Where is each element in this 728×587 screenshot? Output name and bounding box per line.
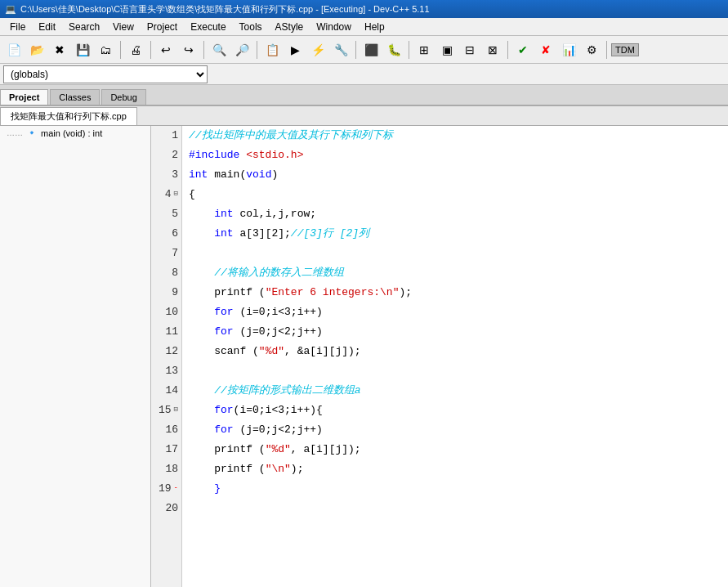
check-button[interactable]: ✔ <box>512 39 534 60</box>
stop-button[interactable]: ⬛ <box>360 39 382 60</box>
search2-button[interactable]: 🔎 <box>231 39 252 60</box>
line-13: 13 <box>154 361 178 381</box>
line-14: 14 <box>154 381 178 401</box>
print-button[interactable]: 🖨 <box>125 39 146 60</box>
code-content[interactable]: //找出矩阵中的最大值及其行下标和列下标 #include <stdio.h> … <box>182 126 728 587</box>
tab-classes[interactable]: Classes <box>50 89 100 105</box>
menu-bar: FileEditSearchViewProjectExecuteToolsASt… <box>0 18 728 36</box>
line-10: 10 <box>154 302 178 322</box>
code-line-5-vars: col,i,j,row; <box>239 206 316 222</box>
code-line-18-end: ); <box>291 461 304 477</box>
sidebar-item-main[interactable]: …… 🔹 main (void) : int <box>0 126 150 140</box>
sidebar-item-label: main (void) : int <box>41 128 102 138</box>
code-line-4: { <box>189 185 721 204</box>
code-line-15: for(i=0;i<3;i++){ <box>189 401 721 420</box>
search-button[interactable]: 🔍 <box>208 39 230 60</box>
code-line-6-int: int <box>189 226 239 242</box>
rebuild-button[interactable]: 🔧 <box>330 39 351 60</box>
line-5: 5 <box>154 204 178 224</box>
code-line-2: #include <stdio.h> <box>189 146 721 165</box>
sidebar: …… 🔹 main (void) : int <box>0 126 151 587</box>
code-line-18-printf: printf ( <box>189 461 266 477</box>
title-text: C:\Users\佳美\Desktop\C语言重头学\数组类\找矩阵最大值和行列… <box>20 3 430 16</box>
chart-button[interactable]: 📊 <box>558 39 579 60</box>
code-line-11-cond: (j=0;j<2;j++) <box>239 324 322 340</box>
sep4 <box>257 41 257 59</box>
menu-item-project[interactable]: Project <box>141 20 184 34</box>
code-line-1: //找出矩阵中的最大值及其行下标和列下标 <box>189 126 721 146</box>
line-11: 11 <box>154 322 178 342</box>
code-line-5-int: int <box>189 206 239 222</box>
grid4-button[interactable]: ⊠ <box>482 39 503 60</box>
code-line-12-scanf: scanf ( <box>189 343 259 360</box>
line-numbers: 1 2 3 4⊟ 5 6 7 8 9 10 11 12 13 14 15⊟ 16… <box>151 126 182 587</box>
code-line-2-include: #include <box>189 147 246 164</box>
sep5 <box>355 41 356 59</box>
grid1-button[interactable]: ⊞ <box>413 39 435 60</box>
run-button[interactable]: ▶ <box>284 39 306 60</box>
code-line-3-paren: ) <box>271 167 278 183</box>
code-line-9-str: "Enter 6 integers:\n" <box>266 285 400 301</box>
line-12: 12 <box>154 342 178 361</box>
code-line-9: printf ("Enter 6 integers:\n"); <box>189 283 721 302</box>
code-line-11-for: for <box>189 324 239 340</box>
code-line-12: scanf ("%d", &a[i][j]); <box>189 342 721 361</box>
code-line-8: //将输入的数存入二维数组 <box>189 263 721 283</box>
code-line-5: int col,i,j,row; <box>189 204 721 224</box>
code-area[interactable]: 1 2 3 4⊟ 5 6 7 8 9 10 11 12 13 14 15⊟ 16… <box>151 126 728 587</box>
debug-button[interactable]: 🐛 <box>383 39 404 60</box>
new-button[interactable]: 📄 <box>3 39 25 60</box>
code-line-14: //按矩阵的形式输出二维数组a <box>189 381 721 401</box>
line-18: 18 <box>154 459 178 479</box>
code-line-6: int a[3][2];//[3]行 [2]列 <box>189 224 721 244</box>
code-line-6-comment: //[3]行 [2]列 <box>291 226 369 242</box>
sidebar-icon: 🔹 <box>26 128 38 138</box>
sidebar-dots: …… <box>7 128 23 137</box>
sep1 <box>120 41 121 59</box>
compile-run-button[interactable]: ⚡ <box>307 39 328 60</box>
menu-item-search[interactable]: Search <box>62 20 106 34</box>
menu-item-execute[interactable]: Execute <box>184 20 232 34</box>
code-line-15-for: for <box>189 402 234 419</box>
config-button[interactable]: ⚙ <box>581 39 602 60</box>
undo-button[interactable]: ↩ <box>155 39 176 60</box>
open-button[interactable]: 📂 <box>26 39 47 60</box>
line-1: 1 <box>154 126 178 146</box>
code-line-19: } <box>189 479 721 499</box>
menu-item-help[interactable]: Help <box>358 20 391 34</box>
code-line-16: for (j=0;j<2;j++) <box>189 420 721 440</box>
menu-item-edit[interactable]: Edit <box>32 20 62 34</box>
save-button[interactable]: 💾 <box>72 39 93 60</box>
code-line-18: printf ("\n"); <box>189 459 721 479</box>
grid2-button[interactable]: ▣ <box>436 39 458 60</box>
compile-button[interactable]: 📋 <box>261 39 283 60</box>
line-9: 9 <box>154 283 178 302</box>
menu-item-astyle[interactable]: AStyle <box>269 20 310 34</box>
code-line-9-printf: printf ( <box>189 285 266 301</box>
cross-button[interactable]: ✘ <box>535 39 556 60</box>
redo-button[interactable]: ↪ <box>178 39 199 60</box>
save-all-button[interactable]: 🗂 <box>95 39 116 60</box>
menu-item-window[interactable]: Window <box>310 20 358 34</box>
tdm-button[interactable]: TDM <box>611 43 639 56</box>
code-line-18-fmt: "\n" <box>266 461 291 477</box>
sep3 <box>203 41 204 59</box>
code-line-17-fmt: "%d" <box>266 441 291 458</box>
tab-project[interactable]: Project <box>0 89 48 105</box>
grid3-button[interactable]: ⊟ <box>459 39 480 60</box>
function-dropdown[interactable]: (globals) <box>3 65 208 83</box>
file-tab-main[interactable]: 找矩阵最大值和行列下标.cpp <box>0 107 137 125</box>
title-bar: 💻 C:\Users\佳美\Desktop\C语言重头学\数组类\找矩阵最大值和… <box>0 0 728 18</box>
line-2: 2 <box>154 146 178 165</box>
tab-debug[interactable]: Debug <box>101 89 145 105</box>
menu-item-view[interactable]: View <box>106 20 141 34</box>
code-line-17: printf ("%d", a[i][j]); <box>189 440 721 459</box>
code-line-12-fmt: "%d" <box>259 343 284 360</box>
menu-item-file[interactable]: File <box>3 20 32 34</box>
code-line-3: int main(void) <box>189 165 721 185</box>
line-15: 15⊟ <box>154 401 178 420</box>
close-button[interactable]: ✖ <box>49 39 70 60</box>
menu-item-tools[interactable]: Tools <box>233 20 269 34</box>
line-19: 19- <box>154 479 178 499</box>
line-8: 8 <box>154 263 178 283</box>
